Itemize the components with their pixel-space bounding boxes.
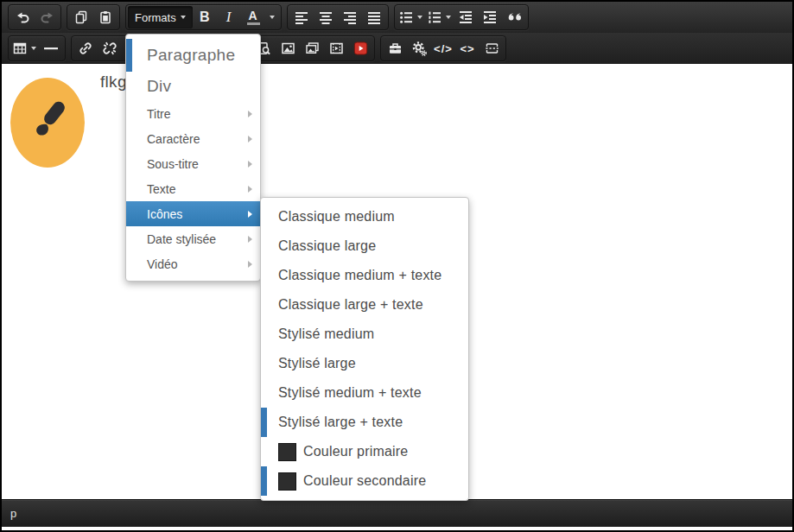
undo-button[interactable] [10, 6, 35, 28]
caret-down-icon [270, 16, 275, 19]
chevron-right-icon [248, 186, 252, 193]
list-group [394, 4, 529, 30]
clipboard-group [67, 4, 120, 30]
tools-group: </> <> [380, 35, 506, 61]
menu-item-caractere[interactable]: Caractère [126, 126, 260, 151]
submenu-item-stylise-large[interactable]: Stylisé large [261, 349, 468, 378]
caret-down-icon [31, 47, 36, 50]
paintbrush-avatar [10, 78, 85, 168]
format-group: Formats B I A [125, 4, 282, 30]
unlink-button[interactable] [98, 37, 122, 60]
element-path[interactable]: p [10, 507, 16, 520]
horizontal-rule-icon [43, 41, 59, 55]
caret-down-icon [446, 16, 451, 19]
chevron-right-icon [248, 211, 252, 218]
submenu-item-classique-large-texte[interactable]: Classique large + texte [261, 290, 468, 320]
menu-item-div[interactable]: Div [126, 72, 260, 101]
history-group [8, 4, 61, 30]
media-button[interactable] [324, 37, 348, 60]
menu-item-label: Sous-titre [147, 157, 199, 171]
paste-icon [98, 10, 112, 24]
menu-item-paragraphe[interactable]: Paragraphe [126, 39, 260, 72]
submenu-item-label: Stylisé large [278, 356, 356, 371]
toolbar-row-2: </> <> [2, 33, 792, 64]
submenu-item-stylise-medium-texte[interactable]: Stylisé medium + texte [261, 378, 468, 408]
menu-item-sous-titre[interactable]: Sous-titre [126, 151, 260, 176]
submenu-item-label: Classique large + texte [278, 297, 423, 313]
chevron-right-icon [248, 111, 252, 117]
text-color-dropdown[interactable] [265, 6, 279, 28]
youtube-button[interactable] [348, 37, 372, 60]
menu-item-icones[interactable]: Icônes [126, 201, 260, 226]
formats-menu-button[interactable]: Formats [128, 6, 193, 28]
inline-code-button[interactable]: <> [455, 37, 480, 60]
page-break-button[interactable] [480, 37, 504, 60]
menu-item-label: Caractère [147, 132, 200, 146]
align-center-button[interactable] [314, 6, 338, 28]
youtube-icon [353, 41, 368, 55]
numbered-list-icon [428, 10, 441, 24]
blockquote-button[interactable] [502, 6, 526, 28]
settings-gear-icon [412, 41, 427, 56]
caret-down-icon [417, 16, 422, 19]
submenu-item-stylise-medium[interactable]: Stylisé medium [261, 320, 468, 349]
settings-button[interactable] [407, 37, 431, 60]
italic-button[interactable]: I [217, 6, 241, 28]
gallery-button[interactable] [300, 37, 324, 60]
briefcase-button[interactable] [383, 37, 407, 60]
image-icon [281, 41, 295, 55]
inline-code-icon: <> [460, 42, 474, 55]
caret-down-icon [181, 16, 186, 19]
submenu-item-classique-large[interactable]: Classique large [261, 231, 468, 261]
link-icon [79, 41, 92, 55]
outdent-button[interactable] [454, 6, 478, 28]
copy-button[interactable] [69, 6, 93, 28]
page-break-icon [485, 41, 499, 55]
document-text[interactable]: flkg [100, 73, 127, 92]
table-group [8, 35, 66, 61]
bullet-list-button[interactable] [397, 6, 425, 28]
indent-button[interactable] [478, 6, 502, 28]
paste-button[interactable] [93, 6, 118, 28]
submenu-item-couleur-primaire[interactable]: Couleur primaire [261, 437, 468, 466]
text-color-button[interactable]: A [241, 6, 265, 28]
submenu-item-classique-medium[interactable]: Classique medium [261, 202, 468, 231]
submenu-item-label: Stylisé medium + texte [278, 385, 422, 401]
submenu-item-label: Couleur secondaire [303, 473, 426, 489]
menu-item-label: Div [147, 77, 171, 96]
align-justify-button[interactable] [362, 6, 386, 28]
align-left-button[interactable] [289, 6, 314, 28]
submenu-item-stylise-large-texte[interactable]: Stylisé large + texte [261, 408, 468, 437]
submenu-item-label: Stylisé large + texte [278, 415, 403, 430]
menu-item-date-stylisee[interactable]: Date stylisée [126, 226, 260, 251]
menu-item-titre[interactable]: Titre [126, 101, 260, 126]
submenu-item-couleur-secondaire[interactable]: Couleur secondaire [261, 466, 468, 496]
align-right-button[interactable] [338, 6, 362, 28]
media-icon [329, 41, 344, 55]
horizontal-rule-button[interactable] [39, 37, 63, 60]
align-right-icon [343, 10, 357, 24]
align-group [287, 4, 389, 30]
align-justify-icon [367, 10, 381, 24]
source-code-button[interactable]: </> [431, 37, 455, 60]
bold-button[interactable]: B [193, 6, 217, 28]
text-color-swatch [247, 22, 260, 25]
menu-item-texte[interactable]: Texte [126, 176, 260, 201]
submenu-item-label: Couleur primaire [303, 444, 408, 459]
numbered-list-button[interactable] [425, 6, 454, 28]
italic-icon: I [226, 9, 232, 26]
menu-item-label: Vidéo [147, 257, 178, 271]
unlink-icon [103, 41, 117, 55]
submenu-item-classique-medium-texte[interactable]: Classique medium + texte [261, 261, 468, 290]
briefcase-icon [388, 41, 403, 55]
redo-button[interactable] [35, 6, 59, 28]
rich-text-editor: Formats B I A [0, 0, 794, 532]
menu-item-video[interactable]: Vidéo [126, 251, 260, 276]
submenu-item-label: Classique medium + texte [278, 268, 441, 283]
table-button[interactable] [10, 37, 39, 60]
menu-item-label: Paragraphe [147, 46, 235, 65]
submenu-item-label: Classique large [278, 238, 376, 254]
image-button[interactable] [276, 37, 300, 60]
link-button[interactable] [73, 37, 98, 60]
table-icon [13, 41, 27, 55]
